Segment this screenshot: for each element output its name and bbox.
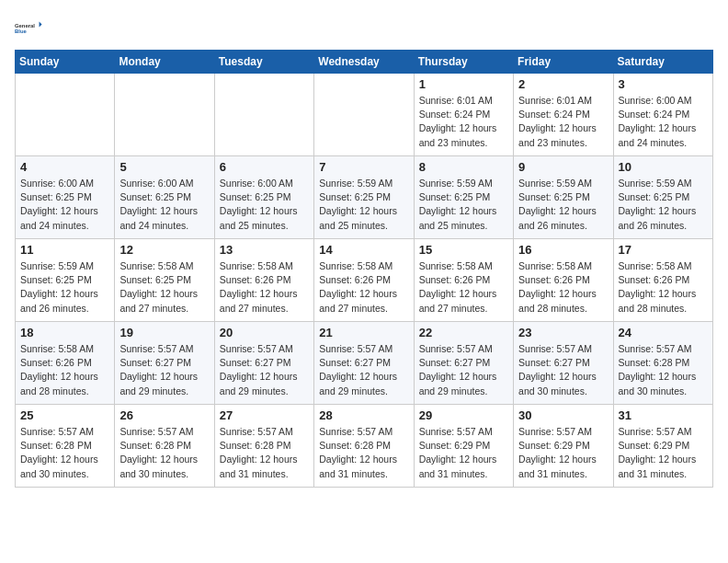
day-number: 13 <box>220 243 309 257</box>
calendar-cell: 24Sunrise: 5:57 AMSunset: 6:28 PMDayligh… <box>613 322 712 405</box>
calendar-cell: 6Sunrise: 6:00 AMSunset: 6:25 PMDaylight… <box>214 156 313 239</box>
calendar-cell: 7Sunrise: 5:59 AMSunset: 6:25 PMDaylight… <box>314 156 414 239</box>
day-info: Sunrise: 5:57 AMSunset: 6:28 PMDaylight:… <box>319 425 408 481</box>
calendar-cell: 10Sunrise: 5:59 AMSunset: 6:25 PMDayligh… <box>613 156 712 239</box>
day-info: Sunrise: 5:58 AMSunset: 6:25 PMDaylight:… <box>119 259 209 316</box>
logo: GeneralBlue <box>15 15 44 40</box>
day-info: Sunrise: 5:57 AMSunset: 6:27 PMDaylight:… <box>419 342 508 398</box>
day-info: Sunrise: 5:57 AMSunset: 6:29 PMDaylight:… <box>518 425 608 481</box>
day-info: Sunrise: 5:57 AMSunset: 6:27 PMDaylight:… <box>220 342 309 398</box>
day-number: 3 <box>619 77 708 91</box>
day-info: Sunrise: 5:59 AMSunset: 6:25 PMDaylight:… <box>319 177 408 233</box>
day-number: 23 <box>518 326 608 339</box>
day-info: Sunrise: 5:57 AMSunset: 6:28 PMDaylight:… <box>119 425 209 481</box>
day-info: Sunrise: 5:57 AMSunset: 6:28 PMDaylight:… <box>619 342 708 398</box>
calendar-cell: 18Sunrise: 5:58 AMSunset: 6:26 PMDayligh… <box>16 322 115 405</box>
day-number: 28 <box>319 408 408 422</box>
week-row-1: 1Sunrise: 6:01 AMSunset: 6:24 PMDaylight… <box>16 74 713 156</box>
calendar-cell: 25Sunrise: 5:57 AMSunset: 6:28 PMDayligh… <box>16 405 115 488</box>
day-number: 17 <box>619 243 708 257</box>
calendar-cell: 20Sunrise: 5:57 AMSunset: 6:27 PMDayligh… <box>214 322 313 405</box>
day-number: 21 <box>319 326 408 339</box>
day-number: 16 <box>518 243 608 257</box>
day-header-sunday: Sunday <box>16 51 115 74</box>
day-info: Sunrise: 5:58 AMSunset: 6:26 PMDaylight:… <box>20 342 109 398</box>
logo-icon: GeneralBlue <box>15 15 44 40</box>
calendar-cell: 8Sunrise: 5:59 AMSunset: 6:25 PMDaylight… <box>414 156 513 239</box>
calendar-cell: 3Sunrise: 6:00 AMSunset: 6:24 PMDaylight… <box>613 74 712 156</box>
day-number: 27 <box>220 408 309 422</box>
calendar-cell: 23Sunrise: 5:57 AMSunset: 6:27 PMDayligh… <box>514 322 613 405</box>
day-header-tuesday: Tuesday <box>214 51 313 74</box>
day-number: 26 <box>119 408 209 422</box>
day-info: Sunrise: 6:01 AMSunset: 6:24 PMDaylight:… <box>419 94 508 150</box>
calendar-cell: 5Sunrise: 6:00 AMSunset: 6:25 PMDaylight… <box>115 156 214 239</box>
calendar-cell: 15Sunrise: 5:58 AMSunset: 6:26 PMDayligh… <box>414 239 513 322</box>
day-info: Sunrise: 5:59 AMSunset: 6:25 PMDaylight:… <box>518 177 608 233</box>
day-number: 15 <box>419 243 508 257</box>
day-number: 24 <box>619 326 708 339</box>
day-header-thursday: Thursday <box>414 51 513 74</box>
calendar-cell <box>214 74 313 156</box>
day-info: Sunrise: 5:59 AMSunset: 6:25 PMDaylight:… <box>20 259 109 316</box>
week-row-2: 4Sunrise: 6:00 AMSunset: 6:25 PMDaylight… <box>16 156 713 239</box>
calendar-table: SundayMondayTuesdayWednesdayThursdayFrid… <box>15 50 713 488</box>
day-info: Sunrise: 5:58 AMSunset: 6:26 PMDaylight:… <box>419 259 508 316</box>
day-info: Sunrise: 5:59 AMSunset: 6:25 PMDaylight:… <box>619 177 708 233</box>
day-info: Sunrise: 5:57 AMSunset: 6:28 PMDaylight:… <box>20 425 109 481</box>
calendar-cell: 9Sunrise: 5:59 AMSunset: 6:25 PMDaylight… <box>514 156 613 239</box>
day-number: 1 <box>419 77 508 91</box>
day-info: Sunrise: 5:57 AMSunset: 6:27 PMDaylight:… <box>119 342 209 398</box>
svg-text:Blue: Blue <box>15 29 27 34</box>
day-info: Sunrise: 6:00 AMSunset: 6:25 PMDaylight:… <box>220 177 309 233</box>
day-header-friday: Friday <box>514 51 613 74</box>
day-number: 7 <box>319 160 408 174</box>
calendar-cell: 26Sunrise: 5:57 AMSunset: 6:28 PMDayligh… <box>115 405 214 488</box>
calendar-cell: 2Sunrise: 6:01 AMSunset: 6:24 PMDaylight… <box>514 74 613 156</box>
day-info: Sunrise: 5:59 AMSunset: 6:25 PMDaylight:… <box>419 177 508 233</box>
day-number: 19 <box>119 326 209 339</box>
page-header: GeneralBlue <box>15 15 713 40</box>
day-number: 10 <box>619 160 708 174</box>
calendar-cell: 30Sunrise: 5:57 AMSunset: 6:29 PMDayligh… <box>514 405 613 488</box>
day-info: Sunrise: 6:00 AMSunset: 6:24 PMDaylight:… <box>619 94 708 150</box>
day-number: 29 <box>419 408 508 422</box>
calendar-cell: 14Sunrise: 5:58 AMSunset: 6:26 PMDayligh… <box>314 239 414 322</box>
day-info: Sunrise: 6:00 AMSunset: 6:25 PMDaylight:… <box>20 177 109 233</box>
calendar-cell <box>115 74 214 156</box>
svg-text:General: General <box>15 23 35 29</box>
day-number: 30 <box>518 408 608 422</box>
day-info: Sunrise: 5:57 AMSunset: 6:27 PMDaylight:… <box>319 342 408 398</box>
day-number: 18 <box>20 326 109 339</box>
calendar-cell: 31Sunrise: 5:57 AMSunset: 6:29 PMDayligh… <box>613 405 712 488</box>
day-info: Sunrise: 6:01 AMSunset: 6:24 PMDaylight:… <box>518 94 608 150</box>
day-number: 4 <box>20 160 109 174</box>
day-header-saturday: Saturday <box>613 51 712 74</box>
days-header-row: SundayMondayTuesdayWednesdayThursdayFrid… <box>16 51 713 74</box>
day-info: Sunrise: 5:58 AMSunset: 6:26 PMDaylight:… <box>220 259 309 316</box>
day-number: 11 <box>20 243 109 257</box>
day-info: Sunrise: 6:00 AMSunset: 6:25 PMDaylight:… <box>119 177 209 233</box>
calendar-cell: 16Sunrise: 5:58 AMSunset: 6:26 PMDayligh… <box>514 239 613 322</box>
day-number: 25 <box>20 408 109 422</box>
calendar-cell: 29Sunrise: 5:57 AMSunset: 6:29 PMDayligh… <box>414 405 513 488</box>
calendar-cell: 27Sunrise: 5:57 AMSunset: 6:28 PMDayligh… <box>214 405 313 488</box>
day-number: 12 <box>119 243 209 257</box>
calendar-cell: 11Sunrise: 5:59 AMSunset: 6:25 PMDayligh… <box>16 239 115 322</box>
week-row-4: 18Sunrise: 5:58 AMSunset: 6:26 PMDayligh… <box>16 322 713 405</box>
day-info: Sunrise: 5:57 AMSunset: 6:28 PMDaylight:… <box>220 425 309 481</box>
calendar-cell <box>16 74 115 156</box>
day-number: 6 <box>220 160 309 174</box>
day-info: Sunrise: 5:58 AMSunset: 6:26 PMDaylight:… <box>319 259 408 316</box>
day-info: Sunrise: 5:58 AMSunset: 6:26 PMDaylight:… <box>518 259 608 316</box>
day-number: 2 <box>518 77 608 91</box>
day-info: Sunrise: 5:57 AMSunset: 6:29 PMDaylight:… <box>619 425 708 481</box>
day-number: 14 <box>319 243 408 257</box>
day-info: Sunrise: 5:57 AMSunset: 6:27 PMDaylight:… <box>518 342 608 398</box>
day-info: Sunrise: 5:57 AMSunset: 6:29 PMDaylight:… <box>419 425 508 481</box>
calendar-cell: 28Sunrise: 5:57 AMSunset: 6:28 PMDayligh… <box>314 405 414 488</box>
calendar-cell <box>314 74 414 156</box>
calendar-cell: 22Sunrise: 5:57 AMSunset: 6:27 PMDayligh… <box>414 322 513 405</box>
calendar-cell: 1Sunrise: 6:01 AMSunset: 6:24 PMDaylight… <box>414 74 513 156</box>
day-number: 22 <box>419 326 508 339</box>
